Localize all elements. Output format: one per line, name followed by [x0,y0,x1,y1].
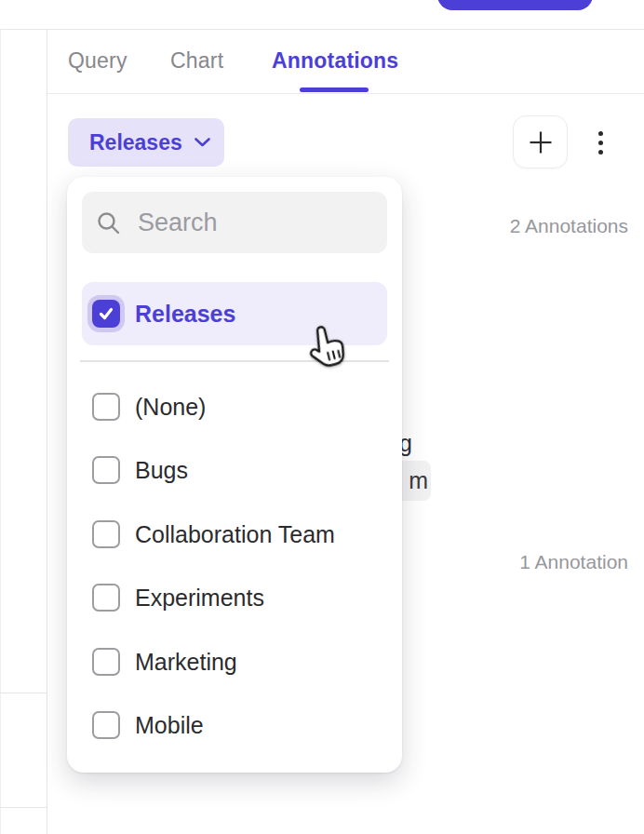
dropdown-search-field[interactable] [82,192,387,253]
option-none[interactable]: (None) [82,375,387,438]
option-mobile[interactable]: Mobile [82,693,387,757]
primary-action-button-clipped[interactable] [437,0,593,10]
option-label: Collaboration Team [135,521,335,548]
chart-gridline [0,807,47,808]
option-marketing[interactable]: Marketing [82,630,387,693]
checkbox-unchecked[interactable] [92,456,120,484]
chart-gridline [0,693,47,693]
option-label: (None) [135,394,206,421]
checkbox-unchecked[interactable] [92,393,120,421]
tabbar-divider [47,93,644,94]
option-label: Bugs [135,457,188,484]
topbar-divider [0,29,644,30]
chart-panel-border [47,29,47,834]
tab-chart[interactable]: Chart [170,48,223,74]
annotations-panel-screen: Query Chart Annotations Releases 2 Annot… [0,0,644,834]
checkbox-unchecked[interactable] [92,711,120,739]
search-input[interactable] [138,208,467,237]
check-icon [98,305,114,322]
releases-filter-dropdown-menu: Releases (None) Bugs Collaboration Team … [67,177,402,773]
chevron-down-icon [194,137,211,148]
checkbox-checked-icon[interactable] [92,300,120,328]
annotation-count-group2: 1 Annotation [519,551,628,573]
releases-filter-dropdown-button[interactable]: Releases [68,118,224,167]
annotation-count-group1: 2 Annotations [510,215,628,237]
option-collaboration-team[interactable]: Collaboration Team [82,503,387,566]
option-label: Releases [135,301,235,328]
checkbox-unchecked[interactable] [92,584,120,612]
checkbox-unchecked[interactable] [92,520,120,548]
overflow-menu-button[interactable] [584,123,616,162]
checkbox-unchecked[interactable] [92,648,120,676]
plus-icon [528,129,554,155]
left-panel-border [0,29,1,834]
option-label: Mobile [135,712,204,739]
option-experiments[interactable]: Experiments [82,566,387,629]
add-annotation-button[interactable] [513,115,568,168]
option-label: Marketing [135,649,237,676]
overflow-menu-icon [598,131,603,136]
option-bugs[interactable]: Bugs [82,438,387,502]
tab-query[interactable]: Query [68,48,127,74]
filter-button-label: Releases [89,130,182,155]
tab-annotations[interactable]: Annotations [272,48,398,74]
search-icon [96,210,121,235]
active-tab-indicator [300,87,369,92]
option-label: Experiments [135,585,264,612]
hand-cursor-icon [305,324,352,378]
clipped-chip-label: m [409,467,428,494]
